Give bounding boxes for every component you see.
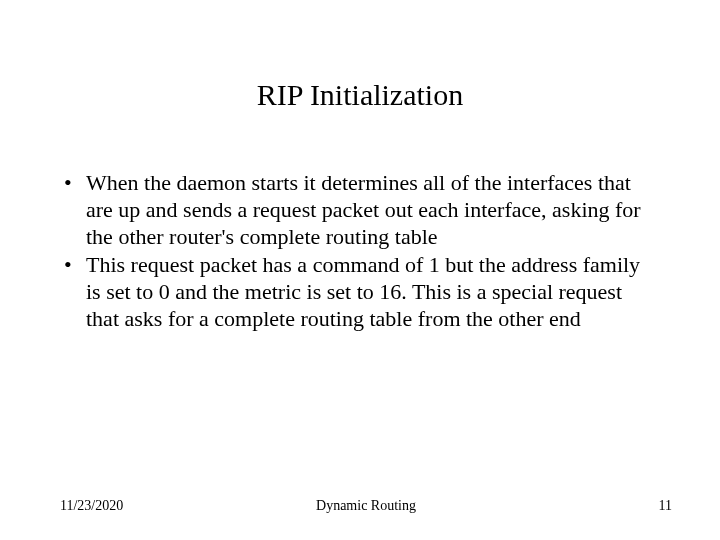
footer-title: Dynamic Routing	[60, 498, 672, 514]
footer-page-number: 11	[659, 498, 672, 514]
bullet-list: When the daemon starts it determines all…	[60, 170, 660, 333]
list-item: When the daemon starts it determines all…	[60, 170, 660, 250]
list-item: This request packet has a command of 1 b…	[60, 252, 660, 332]
footer-date: 11/23/2020	[60, 498, 123, 514]
slide-body: When the daemon starts it determines all…	[60, 170, 660, 335]
slide-footer: 11/23/2020 Dynamic Routing 11	[60, 498, 672, 514]
slide-title: RIP Initialization	[0, 78, 720, 112]
slide: RIP Initialization When the daemon start…	[0, 0, 720, 540]
